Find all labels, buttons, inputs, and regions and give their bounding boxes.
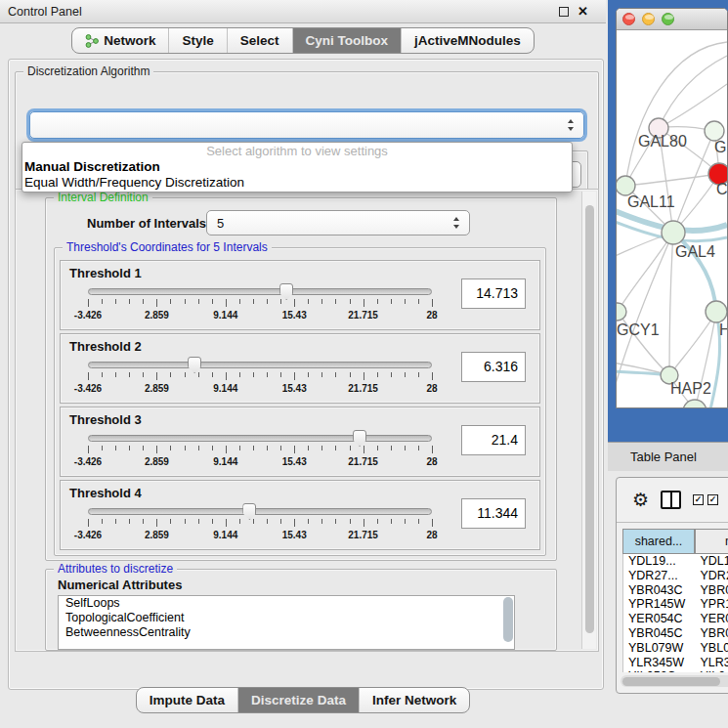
table-cell[interactable]: YIL0 xyxy=(696,669,728,672)
column-header[interactable]: na xyxy=(695,529,728,554)
slider-ticks xyxy=(88,519,432,528)
slider-track[interactable] xyxy=(88,508,432,515)
table-horizontal-scrollbar[interactable] xyxy=(621,675,728,687)
slider-thumb[interactable] xyxy=(353,430,366,447)
table-row[interactable]: YLR345W YLR3 xyxy=(623,656,728,670)
threshold-value-field[interactable]: 6.316 xyxy=(461,352,526,382)
threshold-slider[interactable]: -3.4262.8599.14415.4321.71528 xyxy=(88,502,432,547)
tab-infer-network[interactable]: Infer Network xyxy=(360,688,469,712)
table-panel-title: Table Panel xyxy=(630,450,697,464)
table-row[interactable]: YER054C YER0 xyxy=(623,612,728,626)
table-cell[interactable]: YBR043C xyxy=(623,583,696,598)
table-row[interactable]: YBR043C YBR0 xyxy=(623,583,728,598)
table-cell[interactable]: YLR3 xyxy=(696,656,728,670)
network-node[interactable] xyxy=(662,221,685,244)
float-window-icon[interactable] xyxy=(559,7,569,17)
thresholds-group-title: Threshold's Coordinates for 5 Intervals xyxy=(63,240,272,254)
table-row[interactable]: YPR145W YPR1 xyxy=(623,597,728,612)
slider-thumb[interactable] xyxy=(242,503,256,520)
table-cell[interactable]: YIL052C xyxy=(623,669,696,672)
attribute-list-item[interactable]: SelfLoops xyxy=(59,596,514,611)
network-window-titlebar xyxy=(617,9,727,30)
settings-vertical-scrollbar[interactable] xyxy=(581,192,596,649)
tick-label: 28 xyxy=(426,383,437,394)
attributes-list-scrollbar[interactable] xyxy=(503,597,513,642)
table-cell[interactable]: YDR27... xyxy=(623,569,696,583)
discretization-algorithm-title: Discretization Algorithm xyxy=(23,64,153,78)
table-row[interactable]: YDL19... YDL1 xyxy=(623,554,728,569)
algorithm-combo[interactable] xyxy=(29,111,584,139)
table-cell[interactable]: YDL19... xyxy=(623,554,696,569)
attribute-list-item[interactable]: BetweennessCentrality xyxy=(59,625,514,640)
table-cell[interactable]: YDL1 xyxy=(696,554,728,569)
network-node[interactable] xyxy=(705,121,724,141)
attribute-list-item[interactable]: TopologicalCoefficient xyxy=(59,611,514,625)
table-cell[interactable]: YER054C xyxy=(623,612,696,626)
table-row[interactable]: YIL052C YIL0 xyxy=(623,669,728,672)
zoom-window-icon[interactable] xyxy=(662,13,674,25)
slider-thumb[interactable] xyxy=(279,283,293,300)
threshold-value-field[interactable]: 14.713 xyxy=(461,278,526,309)
slider-track[interactable] xyxy=(88,362,432,368)
threshold-slider[interactable]: -3.4262.8599.14415.4321.71528 xyxy=(88,429,432,474)
tab-discretize-data[interactable]: Discretize Data xyxy=(238,688,360,712)
network-node[interactable] xyxy=(617,303,626,321)
network-canvas[interactable]: GAL80GCGAL11GAL4GCY1HHAP2 xyxy=(617,30,727,408)
close-panel-icon[interactable]: ✕ xyxy=(578,7,588,17)
threshold-value-field[interactable]: 11.344 xyxy=(461,498,526,529)
checkbox-icon[interactable]: ✓ xyxy=(693,494,704,505)
tab-style[interactable]: Style xyxy=(169,28,227,53)
number-of-intervals-combo[interactable]: 5 xyxy=(206,210,470,236)
table-cell[interactable]: YPR1 xyxy=(696,597,728,612)
scrollbar-thumb[interactable] xyxy=(622,677,720,686)
algorithm-option[interactable]: Equal Width/Frequency Discretization xyxy=(22,175,572,191)
tab-label: Impute Data xyxy=(150,693,225,707)
tab-label: Cyni Toolbox xyxy=(306,33,389,48)
network-node[interactable] xyxy=(683,400,707,408)
bottom-tabs: Impute Data Discretize Data Infer Networ… xyxy=(136,687,470,713)
tab-cyni-toolbox[interactable]: Cyni Toolbox xyxy=(293,28,403,53)
number-of-intervals-value: 5 xyxy=(217,216,224,231)
attributes-group: Attributes to discretize Numerical Attri… xyxy=(45,569,557,651)
tick-label: 9.144 xyxy=(213,530,237,540)
algorithm-placeholder-option[interactable]: Select algorithm to view settings xyxy=(22,143,572,159)
tab-jactivemnodules[interactable]: jActiveMNodules xyxy=(402,28,534,53)
tab-network[interactable]: Network xyxy=(72,28,169,53)
table-cell[interactable]: YER0 xyxy=(696,612,728,626)
table-row[interactable]: YDR27... YDR2 xyxy=(623,569,728,583)
table-row[interactable]: YBR045C YBR0 xyxy=(623,626,728,641)
columns-icon[interactable] xyxy=(661,491,681,509)
threshold-slider[interactable]: -3.4262.8599.14415.4321.71528 xyxy=(88,356,432,401)
column-header[interactable]: shared... xyxy=(622,529,695,554)
network-node[interactable] xyxy=(617,176,635,195)
gear-icon[interactable]: ⚙ xyxy=(632,491,649,510)
close-window-icon[interactable] xyxy=(622,13,635,25)
table-row[interactable]: YBL079W YBL0 xyxy=(623,641,728,656)
numerical-attributes-list[interactable]: SelfLoopsTopologicalCoefficientBetweenne… xyxy=(58,595,515,650)
table-cell[interactable]: YBL079W xyxy=(623,641,696,656)
tick-label: 15.43 xyxy=(282,310,307,321)
checkbox-icon[interactable]: ✓ xyxy=(707,494,718,505)
slider-tick-labels: -3.4262.8599.14415.4321.71528 xyxy=(88,456,432,469)
table-cell[interactable]: YDR2 xyxy=(696,569,728,583)
scrollbar-thumb[interactable] xyxy=(585,205,594,633)
control-panel-titlebar: Control Panel ✕ xyxy=(0,0,606,23)
table-cell[interactable]: YBR0 xyxy=(696,583,728,598)
threshold-slider[interactable]: -3.4262.8599.14415.4321.71528 xyxy=(88,282,432,327)
table-cell[interactable]: YLR345W xyxy=(623,656,696,670)
table-cell[interactable]: YBL0 xyxy=(696,641,728,656)
table-cell[interactable]: YPR145W xyxy=(623,597,696,612)
algorithm-option[interactable]: Manual Discretization xyxy=(22,159,572,175)
minimize-window-icon[interactable] xyxy=(642,13,655,25)
tab-impute-data[interactable]: Impute Data xyxy=(137,688,238,712)
slider-track[interactable] xyxy=(88,435,432,442)
table-cell[interactable]: YBR0 xyxy=(696,626,728,641)
network-node[interactable] xyxy=(706,301,727,322)
tick-label: 15.43 xyxy=(282,383,307,394)
table-cell[interactable]: YBR045C xyxy=(623,626,696,641)
slider-ticks xyxy=(88,446,432,454)
slider-track[interactable] xyxy=(88,288,432,295)
slider-thumb[interactable] xyxy=(188,357,201,373)
tab-select[interactable]: Select xyxy=(228,28,293,53)
threshold-value-field[interactable]: 21.4 xyxy=(461,425,526,455)
